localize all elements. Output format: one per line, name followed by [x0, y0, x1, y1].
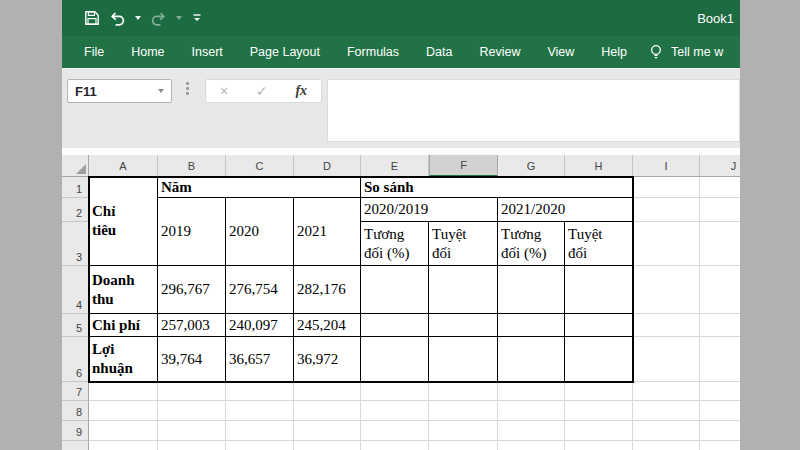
cell-g2-2021-2020[interactable]: 2021/2020 [498, 198, 633, 222]
cell-a6-loi-nhuan[interactable]: Lợi nhuận [89, 337, 158, 382]
tab-file[interactable]: File [84, 45, 104, 59]
column-header-c[interactable]: C [226, 155, 294, 177]
undo-button[interactable] [109, 8, 126, 28]
cell[interactable] [429, 382, 498, 401]
cell[interactable] [633, 314, 700, 337]
cell[interactable] [158, 382, 226, 401]
cell[interactable] [158, 401, 226, 421]
cell[interactable] [294, 401, 361, 421]
cell-e5[interactable] [361, 314, 429, 337]
column-header-f-selected[interactable]: F [429, 155, 498, 177]
cell-b1-nam[interactable]: Năm [158, 177, 361, 198]
tab-data[interactable]: Data [426, 45, 452, 59]
cell[interactable] [633, 177, 700, 198]
cell-d5[interactable]: 245,204 [294, 314, 361, 337]
cell[interactable] [226, 421, 294, 441]
cell[interactable] [565, 421, 633, 441]
cell[interactable] [700, 266, 740, 314]
row-header-7[interactable]: 7 [62, 382, 89, 401]
cell[interactable] [361, 401, 429, 421]
cell[interactable] [89, 382, 158, 401]
row-header-6[interactable]: 6 [62, 337, 89, 382]
tab-help[interactable]: Help [601, 45, 627, 59]
cell-g4[interactable] [498, 266, 565, 314]
cell-h6[interactable] [565, 337, 633, 382]
cell[interactable] [294, 441, 361, 450]
cell[interactable] [226, 441, 294, 450]
cell[interactable] [429, 421, 498, 441]
cell-a1-chi-tieu[interactable]: Chỉ tiêu [89, 177, 158, 266]
cell-g6[interactable] [498, 337, 565, 382]
column-header-g[interactable]: G [498, 155, 565, 177]
cell-b6[interactable]: 39,764 [158, 337, 226, 382]
tab-home[interactable]: Home [131, 45, 164, 59]
cell-h5[interactable] [565, 314, 633, 337]
cell-e4[interactable] [361, 266, 429, 314]
name-box[interactable]: F11 [67, 79, 172, 103]
cancel-icon[interactable]: × [220, 84, 228, 98]
cell[interactable] [700, 337, 740, 382]
column-header-i[interactable]: I [633, 155, 700, 177]
cell[interactable] [700, 401, 740, 421]
cell[interactable] [226, 401, 294, 421]
cell[interactable] [429, 441, 498, 450]
cell[interactable] [633, 337, 700, 382]
cell-b5[interactable]: 257,003 [158, 314, 226, 337]
cell-f5[interactable] [429, 314, 498, 337]
cell[interactable] [498, 441, 565, 450]
cell[interactable] [361, 421, 429, 441]
cell[interactable] [498, 382, 565, 401]
column-header-a[interactable]: A [89, 155, 158, 177]
cell-c5[interactable]: 240,097 [226, 314, 294, 337]
redo-button[interactable] [150, 8, 167, 28]
cell[interactable] [633, 421, 700, 441]
cell[interactable] [700, 441, 740, 450]
cell[interactable] [700, 198, 740, 222]
cell-c4[interactable]: 276,754 [226, 266, 294, 314]
cell-h4[interactable] [565, 266, 633, 314]
cell[interactable] [633, 266, 700, 314]
cell[interactable] [158, 441, 226, 450]
cell[interactable] [294, 382, 361, 401]
cell[interactable] [429, 401, 498, 421]
cell-d4[interactable]: 282,176 [294, 266, 361, 314]
select-all-corner[interactable] [62, 155, 89, 177]
cell[interactable] [700, 222, 740, 266]
cell[interactable] [89, 421, 158, 441]
cell[interactable] [565, 401, 633, 421]
cell[interactable] [498, 401, 565, 421]
cell-f4[interactable] [429, 266, 498, 314]
cell-d2-2021[interactable]: 2021 [294, 198, 361, 266]
cell[interactable] [89, 441, 158, 450]
tab-review[interactable]: Review [479, 45, 520, 59]
column-header-b[interactable]: B [158, 155, 226, 177]
cell-f6[interactable] [429, 337, 498, 382]
tab-insert[interactable]: Insert [192, 45, 223, 59]
cell[interactable] [226, 382, 294, 401]
row-header-3[interactable]: 3 [62, 222, 89, 266]
cell[interactable] [565, 441, 633, 450]
cell[interactable] [633, 382, 700, 401]
formula-input[interactable] [327, 79, 740, 142]
cell[interactable] [633, 401, 700, 421]
cell-g5[interactable] [498, 314, 565, 337]
cell-e2-2020-2019[interactable]: 2020/2019 [361, 198, 498, 222]
row-header-2[interactable]: 2 [62, 198, 89, 222]
tab-view[interactable]: View [547, 45, 574, 59]
redo-dropdown[interactable] [176, 8, 182, 28]
cell-h3-tuyet-doi[interactable]: Tuyệt đối [565, 222, 633, 266]
row-header-1[interactable]: 1 [62, 177, 89, 198]
save-icon[interactable] [84, 8, 100, 28]
cell-b2-2019[interactable]: 2019 [158, 198, 226, 266]
cell-g3-tuong-doi[interactable]: Tương đối (%) [498, 222, 565, 266]
cell-b4[interactable]: 296,767 [158, 266, 226, 314]
cell[interactable] [294, 421, 361, 441]
cell-c2-2020[interactable]: 2020 [226, 198, 294, 266]
cell-e3-tuong-doi[interactable]: Tương đối (%) [361, 222, 429, 266]
cell[interactable] [565, 382, 633, 401]
cell[interactable] [700, 382, 740, 401]
cell[interactable] [633, 198, 700, 222]
cell-e6[interactable] [361, 337, 429, 382]
row-header-8[interactable]: 8 [62, 401, 89, 421]
row-header-9[interactable]: 9 [62, 421, 89, 441]
